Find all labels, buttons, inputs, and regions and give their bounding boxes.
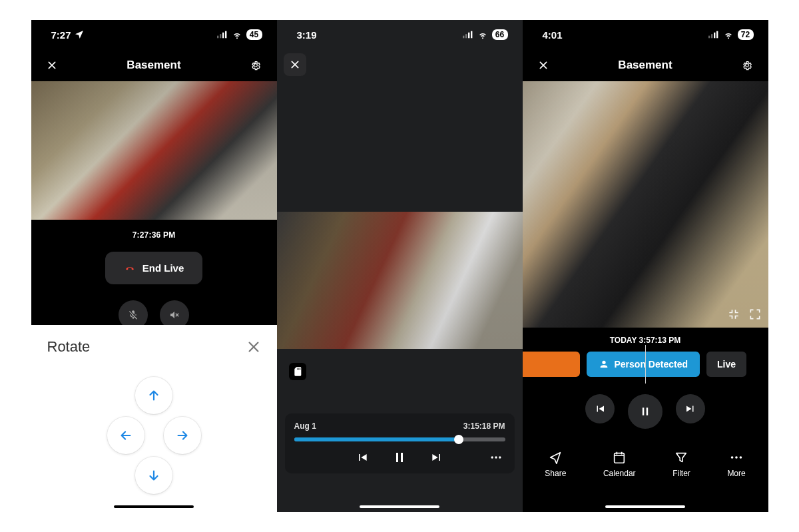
cellular-signal-icon (708, 29, 719, 40)
cellular-signal-icon (463, 29, 473, 40)
bottom-toolbar: Share Calendar Filter More (523, 443, 768, 511)
share-icon (548, 450, 563, 465)
scrubber-knob[interactable] (454, 435, 463, 444)
playback-more-button[interactable] (489, 451, 503, 467)
pause-button[interactable] (628, 394, 663, 429)
end-live-label: End Live (142, 262, 184, 274)
pause-icon (639, 405, 652, 418)
settings-button[interactable] (736, 54, 758, 77)
fullscreen-icon[interactable] (748, 308, 762, 321)
cellular-signal-icon (217, 29, 228, 40)
person-detected-chip[interactable]: Person Detected (587, 352, 700, 377)
more-icon (489, 451, 503, 464)
arrow-right-icon (175, 428, 190, 443)
rotate-title: Rotate (47, 338, 91, 356)
playback-date: Aug 1 (294, 421, 316, 431)
rotate-down-button[interactable] (135, 457, 172, 494)
live-chip[interactable]: Live (706, 352, 746, 377)
settings-button[interactable] (244, 54, 267, 77)
playback-time: 3:15:18 PM (463, 421, 505, 431)
close-icon (47, 60, 57, 71)
location-arrow-icon (74, 29, 85, 40)
live-label: Live (717, 359, 736, 370)
close-icon (290, 59, 300, 70)
timeline-event-chip[interactable] (523, 352, 580, 377)
person-detected-label: Person Detected (615, 359, 688, 370)
home-indicator[interactable] (605, 505, 685, 508)
pause-button[interactable] (392, 449, 407, 468)
filter-label: Filter (672, 469, 690, 478)
pause-icon (392, 449, 407, 465)
rotate-left-button[interactable] (107, 417, 144, 454)
live-controls: 7:27:36 PM End Live (31, 220, 277, 330)
share-label: Share (545, 469, 566, 478)
next-button[interactable] (430, 451, 443, 467)
close-button[interactable] (284, 53, 306, 76)
recorded-camera-feed[interactable] (277, 212, 523, 349)
battery-percent: 45 (246, 29, 262, 40)
event-camera-feed[interactable] (523, 81, 768, 328)
mic-off-icon (128, 310, 138, 320)
battery-percent: 72 (738, 29, 754, 40)
speaker-off-icon (169, 310, 180, 320)
arrow-left-icon (119, 428, 133, 443)
hangup-icon (124, 264, 136, 273)
gear-icon (742, 60, 752, 71)
timeline-chips[interactable]: Person Detected Live (523, 352, 768, 377)
scrubber-progress (294, 437, 459, 441)
live-timestamp: 7:27:36 PM (133, 230, 176, 240)
home-indicator[interactable] (360, 505, 439, 508)
scrubber[interactable] (294, 437, 505, 441)
app-header: Basement (523, 49, 768, 81)
skip-previous-icon (594, 403, 606, 415)
person-icon (599, 359, 609, 370)
previous-button[interactable] (585, 394, 615, 423)
status-bar: 4:01 72 (523, 20, 768, 49)
collapse-icon[interactable] (727, 308, 740, 321)
calendar-icon (612, 450, 627, 465)
live-camera-feed[interactable] (31, 81, 277, 220)
app-header: Basement (31, 49, 277, 81)
filter-icon (674, 450, 688, 465)
playback-panel: Aug 1 3:15:18 PM (285, 413, 515, 473)
wifi-icon (723, 29, 734, 40)
home-indicator[interactable] (114, 505, 194, 508)
close-button[interactable] (532, 54, 555, 77)
skip-next-icon (684, 403, 696, 415)
wifi-icon (477, 29, 488, 40)
rotate-dpad (33, 360, 276, 505)
page-title: Basement (618, 59, 672, 72)
close-sheet-button[interactable] (246, 340, 261, 354)
sd-card-icon (292, 366, 303, 377)
more-label: More (727, 469, 745, 478)
filter-button[interactable]: Filter (672, 450, 690, 478)
battery-percent: 66 (492, 29, 508, 40)
rotate-right-button[interactable] (164, 417, 201, 454)
sd-card-button[interactable] (289, 363, 306, 380)
event-play-controls (523, 377, 768, 443)
arrow-down-icon (146, 468, 161, 483)
phone-3-event-view: 4:01 72 Basement TODAY 3:57:13 PM (523, 20, 768, 512)
skip-next-icon (430, 451, 443, 464)
close-button[interactable] (41, 54, 63, 77)
gear-icon (250, 60, 261, 71)
status-bar: 3:19 66 (277, 20, 523, 49)
page-title: Basement (127, 59, 180, 72)
phone-2-playback: 3:19 66 Aug 1 3:15:18 PM (277, 20, 523, 512)
skip-previous-icon (356, 451, 369, 464)
status-time: 3:19 (297, 29, 317, 41)
next-button[interactable] (676, 394, 705, 423)
share-button[interactable]: Share (545, 450, 566, 478)
more-icon (729, 450, 744, 465)
status-time: 4:01 (543, 29, 563, 41)
calendar-label: Calendar (603, 469, 636, 478)
status-bar: 7:27 45 (31, 20, 277, 49)
end-live-button[interactable]: End Live (105, 252, 203, 284)
status-time: 7:27 (51, 29, 71, 41)
arrow-up-icon (146, 388, 161, 403)
more-button[interactable]: More (727, 450, 745, 478)
wifi-icon (232, 29, 242, 40)
calendar-button[interactable]: Calendar (603, 450, 636, 478)
rotate-up-button[interactable] (135, 377, 172, 414)
previous-button[interactable] (356, 451, 369, 467)
